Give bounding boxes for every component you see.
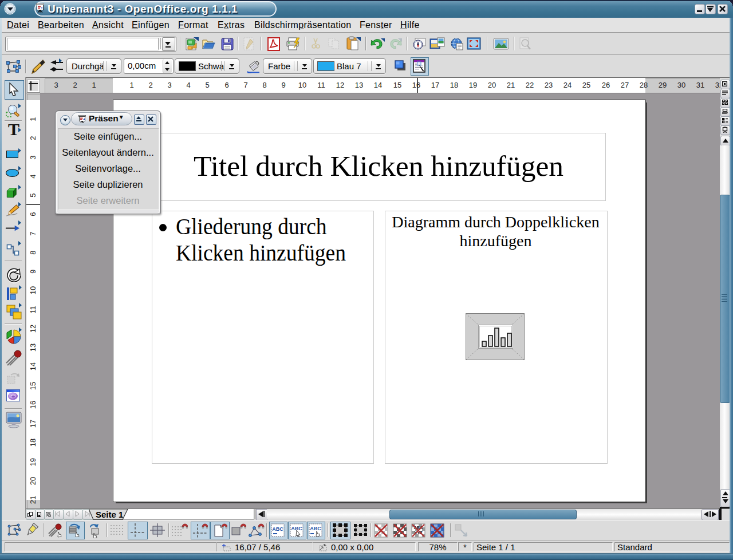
svg-text:ABC: ABC <box>310 526 321 531</box>
svg-text:ABC: ABC <box>272 526 283 532</box>
